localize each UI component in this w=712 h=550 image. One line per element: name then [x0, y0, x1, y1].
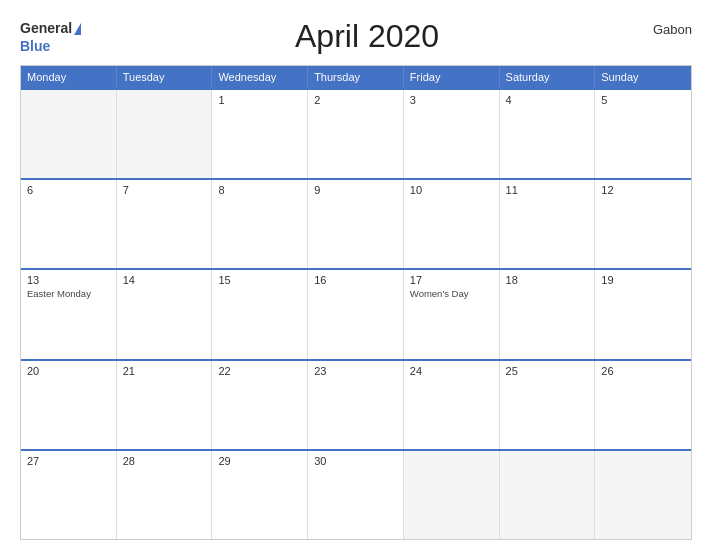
cal-cell: 2 [308, 90, 404, 178]
day-number: 14 [123, 274, 206, 286]
header: General Blue April 2020 Gabon [20, 18, 692, 55]
cal-cell: 22 [212, 361, 308, 449]
cal-cell: 15 [212, 270, 308, 358]
cal-week-5: 27282930 [21, 449, 691, 539]
day-number: 12 [601, 184, 685, 196]
cal-header-cell: Sunday [595, 66, 691, 88]
cal-cell: 19 [595, 270, 691, 358]
day-number: 22 [218, 365, 301, 377]
logo-triangle-icon [74, 23, 81, 35]
day-number: 5 [601, 94, 685, 106]
day-number: 7 [123, 184, 206, 196]
cal-cell: 29 [212, 451, 308, 539]
cal-week-2: 6789101112 [21, 178, 691, 268]
day-number: 8 [218, 184, 301, 196]
cal-cell: 25 [500, 361, 596, 449]
cal-week-4: 20212223242526 [21, 359, 691, 449]
page: General Blue April 2020 Gabon MondayTues… [0, 0, 712, 550]
calendar-title: April 2020 [81, 18, 653, 55]
cal-cell: 17Women's Day [404, 270, 500, 358]
cal-cell: 7 [117, 180, 213, 268]
cal-header-cell: Saturday [500, 66, 596, 88]
day-number: 6 [27, 184, 110, 196]
logo-blue-text: Blue [20, 38, 50, 54]
calendar-body: 12345678910111213Easter Monday14151617Wo… [21, 88, 691, 539]
holiday-label: Women's Day [410, 288, 493, 299]
day-number: 17 [410, 274, 493, 286]
calendar-header-row: MondayTuesdayWednesdayThursdayFridaySatu… [21, 66, 691, 88]
cal-cell: 21 [117, 361, 213, 449]
day-number: 3 [410, 94, 493, 106]
cal-cell: 20 [21, 361, 117, 449]
day-number: 25 [506, 365, 589, 377]
day-number: 21 [123, 365, 206, 377]
day-number: 24 [410, 365, 493, 377]
cal-cell: 24 [404, 361, 500, 449]
day-number: 2 [314, 94, 397, 106]
day-number: 30 [314, 455, 397, 467]
day-number: 1 [218, 94, 301, 106]
cal-header-cell: Thursday [308, 66, 404, 88]
cal-cell [404, 451, 500, 539]
day-number: 20 [27, 365, 110, 377]
cal-cell: 18 [500, 270, 596, 358]
cal-cell: 10 [404, 180, 500, 268]
cal-cell: 4 [500, 90, 596, 178]
cal-cell: 14 [117, 270, 213, 358]
day-number: 11 [506, 184, 589, 196]
cal-week-1: 12345 [21, 88, 691, 178]
day-number: 26 [601, 365, 685, 377]
cal-cell: 8 [212, 180, 308, 268]
cal-cell: 13Easter Monday [21, 270, 117, 358]
cal-cell [500, 451, 596, 539]
day-number: 18 [506, 274, 589, 286]
day-number: 9 [314, 184, 397, 196]
cal-header-cell: Tuesday [117, 66, 213, 88]
calendar: MondayTuesdayWednesdayThursdayFridaySatu… [20, 65, 692, 540]
cal-cell: 23 [308, 361, 404, 449]
cal-cell [117, 90, 213, 178]
cal-cell: 5 [595, 90, 691, 178]
cal-cell [21, 90, 117, 178]
day-number: 19 [601, 274, 685, 286]
logo-general-text: General [20, 20, 72, 36]
holiday-label: Easter Monday [27, 288, 110, 299]
day-number: 13 [27, 274, 110, 286]
cal-cell: 1 [212, 90, 308, 178]
day-number: 23 [314, 365, 397, 377]
cal-cell: 6 [21, 180, 117, 268]
cal-cell: 28 [117, 451, 213, 539]
day-number: 29 [218, 455, 301, 467]
day-number: 10 [410, 184, 493, 196]
cal-header-cell: Wednesday [212, 66, 308, 88]
day-number: 16 [314, 274, 397, 286]
cal-cell: 11 [500, 180, 596, 268]
day-number: 4 [506, 94, 589, 106]
cal-header-cell: Friday [404, 66, 500, 88]
cal-cell: 16 [308, 270, 404, 358]
day-number: 28 [123, 455, 206, 467]
day-number: 15 [218, 274, 301, 286]
cal-cell: 30 [308, 451, 404, 539]
cal-header-cell: Monday [21, 66, 117, 88]
cal-cell: 12 [595, 180, 691, 268]
cal-cell: 3 [404, 90, 500, 178]
cal-cell: 9 [308, 180, 404, 268]
cal-cell: 27 [21, 451, 117, 539]
logo-top: General [20, 19, 81, 37]
day-number: 27 [27, 455, 110, 467]
cal-week-3: 13Easter Monday14151617Women's Day1819 [21, 268, 691, 358]
logo: General Blue [20, 19, 81, 54]
cal-cell: 26 [595, 361, 691, 449]
cal-cell [595, 451, 691, 539]
country-label: Gabon [653, 18, 692, 37]
